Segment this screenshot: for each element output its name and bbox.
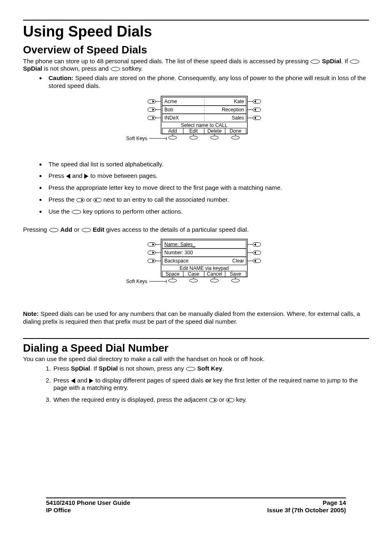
list-item: The speed dial list is sorted alphabetic… [46,161,369,168]
right-key-icon [76,198,85,202]
softkey-icon [111,67,120,71]
left-arrow-icon [71,378,76,383]
right-arrow-icon [89,378,94,383]
list-item: Use the key options to perform other act… [46,208,369,216]
note-paragraph: Note: Speed dials can be used for any nu… [23,310,369,326]
svg-text:Soft Keys: Soft Keys [126,136,147,141]
page-footer: 5410/2410 Phone User Guide Page 14 IP Of… [46,497,346,515]
svg-text:Bob: Bob [164,107,173,113]
right-arrow-icon [84,174,89,179]
svg-text:Number: 300: Number: 300 [164,250,193,256]
svg-text:Edit NAME via keypad: Edit NAME via keypad [180,265,228,271]
section-heading-overview: Overview of Speed Dials [23,43,369,57]
left-key-icon [226,398,234,402]
softkey-icon [81,228,91,232]
section-heading-dialing: Dialing a Speed Dial Number [23,341,369,355]
speed-dial-list-figure: Acme Kate Bob Reception INDeX Sales Sele… [122,94,270,156]
step-3: When the required entry is displayed, pr… [53,396,369,404]
svg-text:Acme: Acme [164,99,177,104]
svg-text:Select name to CALL: Select name to CALL [181,122,228,128]
softkey-icon [71,210,81,214]
svg-text:Save: Save [230,271,241,277]
footer-product: IP Office [46,507,71,514]
footer-doc-title: 5410/2410 Phone User Guide [46,499,130,507]
right-key-icon [209,398,217,402]
svg-text:Name: Sales_: Name: Sales_ [164,242,196,247]
svg-text:Edit: Edit [189,128,198,134]
svg-text:Clear: Clear [232,258,244,264]
softkey-icon [49,228,59,232]
svg-text:Cancel: Cancel [207,271,222,277]
speed-dial-edit-figure: Name: Sales_ Number: 300 Backspace Clear… [122,237,270,299]
list-item: Press the or next to an entry to call th… [46,196,369,204]
svg-text:Space: Space [166,271,180,277]
dialing-intro: You can use the speed dial directory to … [23,355,369,363]
list-item: Press the appropriate letter key to move… [46,184,369,192]
svg-text:Add: Add [168,128,177,134]
svg-text:Reception: Reception [222,107,244,113]
softkey-icon [350,60,360,64]
step-2: Press and to display different pages of … [53,377,369,392]
list-item: Press and to move between pages. [46,172,369,180]
svg-text:INDeX: INDeX [164,115,179,121]
chapter-title: Using Speed Dials [23,22,369,41]
softkey-icon [310,60,320,64]
softkey-icon [186,367,196,371]
footer-page-number: Page 14 [323,499,346,507]
svg-text:Case: Case [188,271,199,277]
svg-text:Delete: Delete [208,128,222,134]
svg-text:Kate: Kate [234,99,244,104]
intro-paragraph: The phone can store up to 48 personal sp… [23,58,369,73]
svg-text:Sales: Sales [232,115,244,121]
pressing-paragraph: Pressing Add or Edit gives access to the… [23,226,369,234]
step-1: Press SpDial. If SpDial is not shown, pr… [53,365,369,373]
caution-bullet: Caution: Speed dials are stored on the p… [46,74,369,90]
left-arrow-icon [66,174,71,179]
svg-text:Backspace: Backspace [164,258,189,264]
svg-text:Soft Keys: Soft Keys [126,279,147,284]
left-key-icon [93,198,101,202]
footer-issue: Issue 3f (7th October 2005) [267,507,346,514]
svg-text:Done: Done [230,128,242,134]
